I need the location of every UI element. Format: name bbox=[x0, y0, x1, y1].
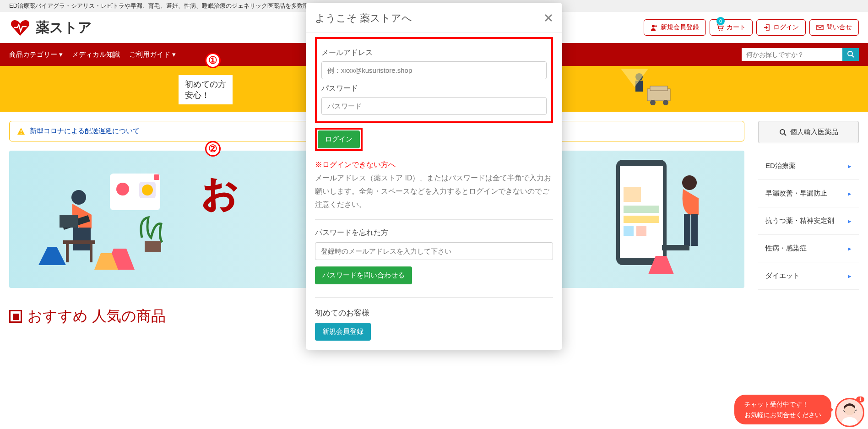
cart-button[interactable]: 0 カート bbox=[710, 19, 753, 36]
square-icon bbox=[9, 310, 22, 323]
svg-rect-23 bbox=[60, 215, 78, 228]
sidebar-item-ed[interactable]: ED治療薬▸ bbox=[758, 152, 859, 180]
sidebar-item-antidepressant[interactable]: 抗うつ薬・精神安定剤▸ bbox=[758, 207, 859, 235]
annotation-2: ② bbox=[205, 141, 221, 157]
email-input[interactable] bbox=[321, 61, 547, 79]
svg-rect-9 bbox=[650, 86, 667, 91]
login-button[interactable]: ログイン bbox=[756, 19, 806, 36]
search-input[interactable] bbox=[742, 48, 842, 61]
sidebar-search[interactable]: 個人輸入医薬品 bbox=[758, 121, 859, 143]
login-modal: ようこそ 薬ストアへ メールアドレス パスワード ログイン ※ログインできない方… bbox=[306, 3, 562, 326]
annotation-1: ① bbox=[205, 53, 221, 68]
sidebar: 個人輸入医薬品 ED治療薬▸ 早漏改善・早漏防止▸ 抗うつ薬・精神安定剤▸ 性病… bbox=[758, 121, 859, 326]
svg-rect-25 bbox=[82, 228, 91, 250]
svg-rect-14 bbox=[21, 133, 22, 134]
logo-text: 薬ストア bbox=[36, 18, 92, 37]
svg-marker-12 bbox=[621, 69, 648, 87]
svg-rect-37 bbox=[624, 216, 659, 223]
svg-rect-13 bbox=[21, 130, 22, 132]
chevron-right-icon: ▸ bbox=[848, 162, 852, 170]
forgot-password-label: パスワードを忘れた方 bbox=[315, 228, 553, 238]
banner-text: 初めての方安心！ bbox=[179, 75, 233, 104]
nav-categories[interactable]: 商品カテゴリー ▾ bbox=[9, 50, 63, 59]
warning-icon bbox=[17, 127, 25, 136]
register-label: 新規会員登録 bbox=[661, 23, 699, 32]
nav-guide[interactable]: ご利用ガイド ▾ bbox=[129, 50, 176, 59]
password-input[interactable] bbox=[321, 97, 547, 115]
login-button-highlight: ログイン bbox=[315, 128, 363, 151]
password-label: パスワード bbox=[321, 84, 547, 93]
forgot-email-input[interactable] bbox=[315, 242, 553, 260]
svg-rect-26 bbox=[63, 240, 95, 244]
hero-illustration-left bbox=[37, 174, 192, 288]
svg-rect-38 bbox=[624, 226, 634, 236]
sidebar-search-label: 個人輸入医薬品 bbox=[790, 128, 838, 136]
cart-count-badge: 0 bbox=[716, 17, 725, 25]
chevron-right-icon: ▸ bbox=[848, 244, 852, 253]
svg-point-40 bbox=[682, 175, 697, 190]
svg-rect-35 bbox=[624, 187, 641, 202]
svg-rect-29 bbox=[145, 241, 161, 252]
svg-rect-43 bbox=[662, 245, 689, 250]
svg-point-0 bbox=[652, 25, 655, 27]
search-button[interactable] bbox=[842, 48, 859, 61]
modal-title: ようこそ 薬ストアへ bbox=[315, 11, 412, 25]
svg-rect-42 bbox=[691, 214, 698, 246]
submit-login-button[interactable]: ログイン bbox=[318, 130, 360, 148]
site-logo[interactable]: 薬ストア bbox=[9, 16, 92, 38]
close-icon bbox=[544, 13, 553, 22]
login-fields-highlight: メールアドレス パスワード bbox=[315, 37, 553, 123]
hero-big-text: お bbox=[201, 169, 239, 218]
first-time-label: 初めてのお客様 bbox=[315, 297, 553, 318]
svg-point-45 bbox=[780, 130, 785, 134]
email-label: メールアドレス bbox=[321, 48, 547, 58]
sidebar-item-premature[interactable]: 早漏改善・早漏防止▸ bbox=[758, 180, 859, 207]
sidebar-item-dideterrent[interactable]: ダイエット▸ bbox=[758, 262, 859, 290]
login-label: ログイン bbox=[773, 23, 799, 32]
svg-point-21 bbox=[71, 190, 86, 205]
svg-rect-36 bbox=[624, 206, 659, 213]
login-note-title: ※ログインできない方へ bbox=[315, 160, 553, 170]
svg-line-5 bbox=[852, 55, 854, 57]
modal-register-button[interactable]: 新規会員登録 bbox=[315, 323, 371, 326]
contact-label: 問い合せ bbox=[826, 23, 852, 32]
svg-rect-24 bbox=[73, 228, 82, 250]
cart-label: カート bbox=[727, 23, 746, 32]
svg-rect-27 bbox=[66, 244, 69, 262]
search-icon bbox=[779, 129, 787, 136]
user-plus-icon bbox=[651, 24, 658, 31]
svg-point-4 bbox=[848, 51, 852, 56]
hero-illustration-right bbox=[616, 160, 717, 283]
sidebar-item-std[interactable]: 性病・感染症▸ bbox=[758, 235, 859, 262]
forgot-submit-button[interactable]: パスワードを問い合わせる bbox=[315, 266, 412, 284]
chevron-right-icon: ▸ bbox=[848, 272, 852, 280]
svg-rect-3 bbox=[817, 25, 823, 30]
contact-button[interactable]: 問い合せ bbox=[809, 19, 859, 36]
svg-point-1 bbox=[719, 30, 720, 31]
sidebar-category-list: ED治療薬▸ 早漏改善・早漏防止▸ 抗うつ薬・精神安定剤▸ 性病・感染症▸ ダイ… bbox=[758, 152, 859, 290]
alert-text: 新型コロナによる配送遅延について bbox=[30, 127, 140, 136]
login-icon bbox=[763, 24, 770, 31]
chevron-right-icon: ▸ bbox=[848, 217, 852, 225]
search-box bbox=[742, 48, 859, 61]
svg-point-10 bbox=[650, 100, 656, 105]
svg-point-2 bbox=[722, 30, 722, 31]
login-note-body: メールアドレス（薬ストア ID）、またはパスワードは全て半角で入力お願いします。… bbox=[315, 172, 553, 220]
svg-rect-28 bbox=[90, 244, 92, 262]
svg-rect-41 bbox=[684, 214, 690, 246]
nav-medical[interactable]: メディカル知識 bbox=[72, 50, 120, 59]
chevron-right-icon: ▸ bbox=[848, 190, 852, 198]
register-button[interactable]: 新規会員登録 bbox=[644, 19, 706, 36]
chevron-down-icon: ▾ bbox=[59, 50, 63, 59]
svg-point-11 bbox=[663, 100, 668, 105]
search-icon bbox=[847, 50, 854, 58]
envelope-icon bbox=[816, 24, 824, 31]
svg-line-46 bbox=[784, 134, 786, 136]
svg-rect-17 bbox=[154, 174, 159, 180]
modal-close-button[interactable] bbox=[544, 11, 553, 26]
header-buttons: 新規会員登録 0 カート ログイン 問い合せ bbox=[644, 19, 859, 36]
chevron-down-icon: ▾ bbox=[172, 50, 176, 59]
svg-rect-39 bbox=[636, 226, 646, 236]
delivery-illustration bbox=[621, 69, 676, 108]
svg-marker-30 bbox=[38, 247, 66, 265]
